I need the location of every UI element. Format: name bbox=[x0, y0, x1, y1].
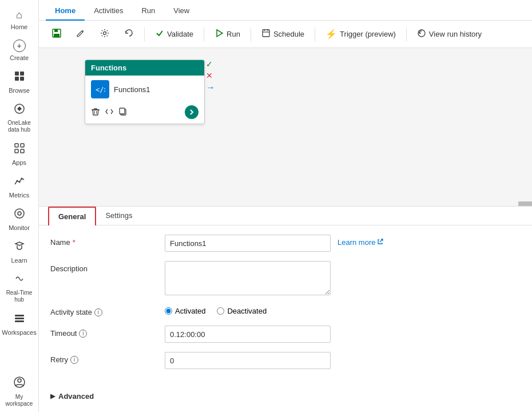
advanced-section[interactable]: ▶ Advanced bbox=[39, 387, 532, 405]
svg-rect-1 bbox=[20, 72, 24, 76]
schedule-icon bbox=[261, 29, 271, 39]
code-icon[interactable] bbox=[105, 107, 114, 118]
separator-2 bbox=[204, 27, 204, 41]
svg-point-9 bbox=[16, 180, 18, 182]
retry-info-icon[interactable]: i bbox=[70, 356, 78, 364]
schedule-button[interactable]: Schedule bbox=[256, 26, 310, 42]
node-side-controls: ✓ ✕ → bbox=[206, 60, 215, 93]
retry-input[interactable] bbox=[165, 352, 331, 369]
next-arrow-button[interactable] bbox=[185, 105, 198, 119]
svg-rect-2 bbox=[15, 77, 19, 81]
svg-rect-21 bbox=[54, 34, 59, 37]
svg-rect-0 bbox=[15, 72, 19, 76]
svg-point-11 bbox=[21, 178, 22, 180]
timeout-input[interactable] bbox=[165, 326, 331, 343]
edit-button[interactable] bbox=[70, 26, 92, 42]
deactivated-radio[interactable] bbox=[217, 307, 224, 315]
activity-state-info-icon[interactable]: i bbox=[94, 308, 102, 316]
sidebar-item-create[interactable]: + Create bbox=[0, 35, 38, 66]
sidebar-item-home[interactable]: ⌂ Home bbox=[0, 5, 38, 35]
canvas-area: Functions </> Functions1 bbox=[39, 48, 532, 412]
sidebar-item-monitor[interactable]: Monitor bbox=[0, 203, 38, 236]
trigger-icon: ⚡ bbox=[325, 29, 337, 39]
sidebar-item-apps[interactable]: Apps bbox=[0, 138, 38, 171]
undo-button[interactable] bbox=[118, 26, 140, 42]
edit-icon bbox=[76, 28, 86, 40]
save-icon bbox=[51, 28, 62, 40]
activity-node[interactable]: Functions </> Functions1 bbox=[85, 60, 205, 124]
sidebar-item-metrics[interactable]: Metrics bbox=[0, 171, 38, 203]
separator-1 bbox=[144, 27, 145, 41]
sidebar-item-myworkspace[interactable]: My workspace bbox=[0, 371, 38, 412]
name-input[interactable] bbox=[165, 235, 331, 252]
props-tabs: General Settings bbox=[39, 207, 532, 225]
toolbar: Validate Run Schedule ⚡ Trigger (preview… bbox=[39, 21, 532, 48]
description-row: Description bbox=[50, 261, 521, 295]
timeout-info-icon[interactable]: i bbox=[79, 330, 87, 338]
separator-3 bbox=[251, 27, 251, 41]
canvas-top[interactable]: Functions </> Functions1 bbox=[39, 48, 532, 206]
svg-point-10 bbox=[18, 181, 20, 183]
realtime-icon bbox=[14, 273, 25, 287]
node-right-arrow-icon[interactable]: → bbox=[206, 82, 215, 93]
svg-rect-8 bbox=[21, 149, 24, 153]
node-check-icon[interactable]: ✓ bbox=[206, 60, 215, 69]
activity-state-radio-group: Activated Deactivated bbox=[165, 304, 267, 315]
sidebar-item-workspaces[interactable]: Workspaces bbox=[0, 308, 38, 340]
trigger-button[interactable]: ⚡ Trigger (preview) bbox=[320, 26, 402, 42]
tab-home[interactable]: Home bbox=[46, 2, 85, 21]
sidebar-item-browse[interactable]: Browse bbox=[0, 66, 38, 98]
resize-handle[interactable] bbox=[518, 201, 532, 206]
apps-icon bbox=[14, 142, 25, 157]
save-button[interactable] bbox=[46, 26, 68, 42]
props-tab-settings[interactable]: Settings bbox=[96, 207, 141, 225]
validate-button[interactable]: Validate bbox=[149, 26, 199, 42]
svg-rect-6 bbox=[21, 144, 24, 147]
run-icon bbox=[215, 29, 224, 39]
external-link-icon bbox=[377, 238, 384, 247]
properties-panel: General Settings Name * Learn more bbox=[39, 206, 532, 412]
onelake-icon bbox=[14, 103, 25, 117]
tab-run[interactable]: Run bbox=[132, 2, 164, 21]
activity-state-label: Activity state i bbox=[50, 304, 165, 316]
sidebar-item-learn[interactable]: Learn bbox=[0, 236, 38, 268]
sidebar-item-onelake[interactable]: OneLake data hub bbox=[0, 98, 38, 138]
monitor-icon bbox=[14, 208, 25, 222]
sidebar: ⌂ Home + Create Browse OneLake data hub … bbox=[0, 0, 39, 412]
timeout-label: Timeout i bbox=[50, 326, 165, 338]
description-label: Description bbox=[50, 261, 165, 273]
tab-view[interactable]: View bbox=[164, 2, 198, 21]
delete-icon[interactable] bbox=[91, 107, 100, 118]
learn-more-link[interactable]: Learn more bbox=[338, 235, 384, 247]
node-header: Functions bbox=[85, 60, 204, 76]
myworkspace-icon bbox=[13, 376, 26, 391]
node-cross-icon[interactable]: ✕ bbox=[206, 71, 215, 80]
separator-4 bbox=[315, 27, 315, 41]
props-tab-general[interactable]: General bbox=[48, 207, 96, 225]
name-required: * bbox=[73, 238, 76, 247]
learn-icon bbox=[14, 240, 25, 255]
run-button[interactable]: Run bbox=[209, 26, 246, 42]
sidebar-item-realtime[interactable]: Real-Time hub bbox=[0, 268, 38, 308]
settings-button[interactable] bbox=[94, 26, 116, 42]
svg-rect-3 bbox=[20, 77, 24, 81]
retry-label: Retry i bbox=[50, 352, 165, 364]
advanced-chevron-icon: ▶ bbox=[50, 393, 55, 400]
description-input[interactable] bbox=[165, 261, 331, 295]
svg-rect-7 bbox=[15, 149, 18, 153]
activated-radio[interactable] bbox=[165, 307, 172, 315]
svg-point-22 bbox=[104, 32, 106, 35]
form-area: Name * Learn more Description bbox=[39, 225, 532, 387]
activity-state-row: Activity state i Activated Deactivated bbox=[50, 304, 521, 316]
name-label: Name * bbox=[50, 235, 165, 247]
create-icon: + bbox=[13, 39, 26, 52]
tab-activities[interactable]: Activities bbox=[85, 2, 132, 21]
deactivated-option[interactable]: Deactivated bbox=[217, 307, 267, 315]
svg-rect-14 bbox=[15, 315, 24, 316]
copy-icon[interactable] bbox=[118, 107, 128, 118]
svg-rect-15 bbox=[15, 318, 24, 319]
view-history-button[interactable]: View run history bbox=[411, 26, 487, 42]
separator-5 bbox=[406, 27, 407, 41]
activated-option[interactable]: Activated bbox=[165, 307, 205, 315]
main-content: Home Activities Run View bbox=[39, 0, 532, 412]
